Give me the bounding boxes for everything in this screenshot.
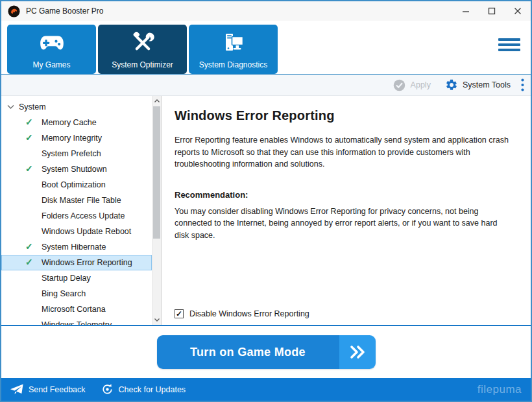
- menu-hamburger-icon[interactable]: [498, 38, 520, 54]
- secondary-toolbar: Apply System Tools: [1, 75, 531, 96]
- close-icon: [514, 7, 522, 15]
- sidebar-item-label: Bing Search: [42, 289, 86, 298]
- sidebar-item-boot-optimization[interactable]: Boot Optimization: [1, 177, 152, 193]
- sidebar-item-disk-master-file-table[interactable]: Disk Master File Table: [1, 193, 152, 208]
- send-feedback-label: Send Feedback: [29, 385, 86, 394]
- sidebar-item-windows-telemetry[interactable]: Windows Telemetry: [1, 317, 152, 325]
- recommendation-heading: Recommendation:: [175, 190, 514, 200]
- tab-my-games[interactable]: My Games: [7, 25, 96, 74]
- sidebar-item-label: System Shutdown: [42, 165, 107, 174]
- apply-check-circle-icon: [393, 78, 406, 92]
- sidebar-item-label: System Prefetch: [42, 149, 101, 158]
- sidebar-item-bing-search[interactable]: Bing Search: [1, 286, 152, 302]
- checkbox-label: Disable Windows Error Reporting: [189, 309, 309, 318]
- sidebar-item-label: Folders Access Update: [42, 211, 125, 220]
- sidebar-item-startup-delay[interactable]: Startup Delay: [1, 270, 152, 286]
- content-area: System ✓Memory Cache✓Memory IntegritySys…: [1, 96, 531, 325]
- gamepad-icon: [38, 25, 66, 61]
- disable-error-reporting-checkbox[interactable]: ✓ Disable Windows Error Reporting: [175, 309, 309, 318]
- sidebar-item-label: Microsoft Cortana: [42, 305, 106, 314]
- watermark: filepuma: [478, 383, 522, 396]
- sidebar-item-label: Windows Update Reboot: [42, 227, 131, 236]
- checkbox-box[interactable]: ✓: [175, 309, 184, 318]
- scroll-up-icon[interactable]: [152, 96, 161, 106]
- sidebar-item-label: Boot Optimization: [42, 180, 106, 189]
- main-tabs: My Games System Optimizer: [1, 21, 531, 75]
- detail-panel: Windows Error Reporting Error Reporting …: [162, 96, 531, 325]
- diagnostics-icon: [221, 25, 247, 61]
- paper-plane-icon: [10, 384, 23, 395]
- turn-on-game-mode-button[interactable]: Turn on Game Mode: [157, 335, 376, 369]
- titlebar: PC Game Booster Pro: [1, 1, 531, 21]
- sidebar-item-label: Memory Integrity: [42, 134, 102, 143]
- sidebar-scrollbar[interactable]: [152, 96, 161, 325]
- sidebar-item-windows-error-reporting[interactable]: ✓Windows Error Reporting: [1, 255, 152, 270]
- send-feedback-button[interactable]: Send Feedback: [10, 384, 86, 395]
- apply-button[interactable]: Apply: [393, 78, 431, 92]
- recommendation-text: You may consider disabling Windows Error…: [175, 206, 514, 242]
- maximize-icon: [488, 7, 496, 15]
- game-mode-strip: Turn on Game Mode: [1, 326, 531, 378]
- system-tools-button[interactable]: System Tools: [445, 78, 511, 91]
- minimize-button[interactable]: [453, 1, 479, 21]
- sidebar-item-windows-update-reboot[interactable]: Windows Update Reboot: [1, 224, 152, 239]
- tab-label: System Optimizer: [112, 61, 173, 69]
- check-updates-label: Check for Updates: [119, 385, 186, 394]
- game-mode-button-label: Turn on Game Mode: [157, 335, 339, 369]
- check-icon: ✓: [25, 241, 33, 252]
- description-text: Error Reporting feature enables Windows …: [175, 134, 514, 171]
- gear-icon: [445, 78, 458, 91]
- check-updates-button[interactable]: Check for Updates: [101, 383, 186, 396]
- check-icon: ✓: [25, 117, 33, 127]
- sidebar-item-memory-integrity[interactable]: ✓Memory Integrity: [1, 130, 152, 146]
- sidebar-item-label: Memory Cache: [42, 118, 97, 127]
- system-tools-label: System Tools: [463, 80, 511, 89]
- sidebar-item-label: System Hibernate: [42, 242, 106, 252]
- sidebar-item-memory-cache[interactable]: ✓Memory Cache: [1, 115, 152, 130]
- sidebar-item-label: Windows Telemetry: [42, 320, 112, 325]
- more-options-icon[interactable]: [521, 78, 524, 91]
- scroll-down-icon[interactable]: [152, 315, 161, 325]
- sidebar-item-label: Windows Error Reporting: [42, 258, 132, 267]
- check-icon: ✓: [25, 132, 33, 143]
- sidebar-item-label: Disk Master File Table: [42, 196, 121, 205]
- window-title: PC Game Booster Pro: [26, 6, 103, 16]
- sidebar-root-label: System: [19, 102, 46, 112]
- scrollbar-thumb[interactable]: [153, 106, 160, 239]
- sidebar-root-system[interactable]: System: [1, 99, 152, 115]
- double-chevron-icon: [339, 335, 376, 369]
- tree-list: System ✓Memory Cache✓Memory IntegritySys…: [1, 96, 152, 325]
- page-title: Windows Error Reporting: [175, 108, 514, 123]
- window-controls: [453, 1, 531, 21]
- sidebar-item-label: Startup Delay: [42, 274, 91, 283]
- sidebar-item-system-shutdown[interactable]: ✓System Shutdown: [1, 161, 152, 177]
- footer-bar: Send Feedback Check for Updates filepuma: [1, 378, 531, 401]
- chevron-down-icon: [7, 104, 14, 110]
- close-button[interactable]: [505, 1, 531, 21]
- tab-label: My Games: [32, 61, 70, 69]
- apply-label: Apply: [411, 80, 431, 89]
- tab-system-optimizer[interactable]: System Optimizer: [98, 25, 187, 74]
- check-icon: ✓: [25, 163, 33, 174]
- sidebar-item-system-hibernate[interactable]: ✓System Hibernate: [1, 239, 152, 255]
- tools-icon: [130, 25, 155, 61]
- minimize-icon: [462, 7, 470, 15]
- maximize-button[interactable]: [479, 1, 505, 21]
- app-window: PC Game Booster Pro: [0, 0, 532, 402]
- sidebar: System ✓Memory Cache✓Memory IntegritySys…: [1, 96, 162, 325]
- sidebar-item-folders-access-update[interactable]: Folders Access Update: [1, 208, 152, 224]
- app-logo-icon: [8, 5, 20, 18]
- check-icon: ✓: [25, 257, 33, 267]
- sidebar-item-microsoft-cortana[interactable]: Microsoft Cortana: [1, 302, 152, 317]
- tab-system-diagnostics[interactable]: System Diagnostics: [189, 25, 278, 74]
- tab-label: System Diagnostics: [199, 61, 267, 69]
- sidebar-item-system-prefetch[interactable]: System Prefetch: [1, 146, 152, 161]
- refresh-icon: [101, 383, 114, 396]
